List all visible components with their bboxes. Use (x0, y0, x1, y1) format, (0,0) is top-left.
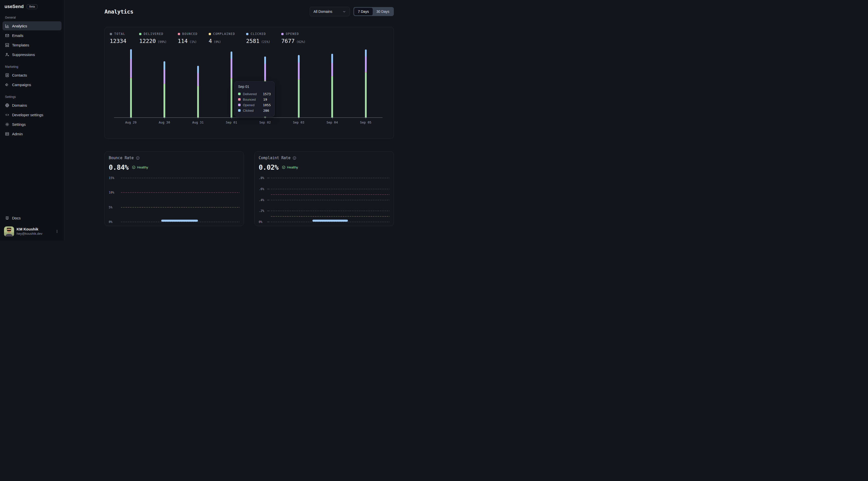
kebab-menu-icon[interactable] (54, 228, 60, 234)
clicked-swatch (238, 109, 241, 112)
x-axis-tick (332, 118, 333, 119)
gridline (271, 189, 389, 189)
layout-template-icon (5, 43, 9, 47)
gridline (121, 222, 239, 222)
x-axis-label: Sep 01 (226, 121, 237, 124)
bar-segment (163, 69, 165, 84)
y-axis-tick (267, 211, 270, 211)
bar-segment (130, 59, 132, 78)
sidebar-item-admin[interactable]: Admin (2, 129, 62, 138)
sidebar-item-templates[interactable]: Templates (2, 40, 62, 50)
y-axis-tick (267, 189, 270, 189)
stat-total: TOTAL 12334 (110, 32, 128, 44)
info-icon[interactable] (136, 156, 140, 160)
user-name: KM Koushik (17, 227, 52, 232)
bar-segment (365, 72, 367, 118)
app-logo: useSend Beta (2, 3, 62, 10)
main-area: Analytics All Domains 7 Days 30 Days TOT… (64, 0, 434, 241)
section-label-settings: Settings (5, 95, 59, 99)
bar-segment (331, 63, 333, 76)
y-axis-label: .6% (259, 187, 264, 191)
stat-bounced: BOUNCED 114(1%) (178, 32, 198, 44)
stacked-bar-sep-01[interactable] (230, 52, 232, 118)
stat-value: 4 (209, 38, 212, 44)
bar-segment (298, 79, 300, 118)
sidebar-item-label: Campaigns (12, 83, 31, 87)
x-axis-tick (198, 118, 198, 119)
complaint-rate-title: Complaint Rate (259, 156, 389, 160)
domain-filter-select[interactable]: All Domains (310, 7, 350, 16)
x-axis-label: Sep 04 (327, 121, 338, 124)
gear-icon (5, 122, 9, 127)
beta-badge: Beta (27, 4, 37, 9)
sidebar-item-domains[interactable]: Domains (2, 101, 62, 110)
stat-opened: OPENED 7677(62%) (281, 32, 305, 44)
sidebar-item-docs[interactable]: Docs (2, 214, 62, 222)
gridline (271, 216, 389, 217)
gridline (271, 200, 389, 200)
stacked-bar-sep-05[interactable] (365, 50, 367, 118)
sidebar-item-campaigns[interactable]: Campaigns (2, 80, 62, 89)
sidebar-item-label: Suppressions (12, 53, 35, 57)
user-menu[interactable]: KM Koushik hey@koushik.dev (2, 224, 62, 237)
megaphone-icon (5, 83, 9, 87)
sidebar-footer: Docs KM Koushik hey@koushik.dev (2, 214, 62, 237)
x-axis-label: Sep 05 (360, 121, 371, 124)
stacked-bar-aug-30[interactable] (163, 61, 165, 118)
complaint-status-badge: Healthy (282, 165, 298, 169)
stacked-bar-aug-29[interactable] (130, 49, 132, 118)
chevron-down-icon (342, 10, 346, 13)
y-axis-label: 5% (109, 205, 112, 209)
stat-value: 12334 (110, 38, 126, 44)
sidebar-item-label: Settings (12, 122, 26, 127)
tooltip-row: Opened 1055 (238, 102, 271, 108)
y-axis-label: 15% (109, 176, 114, 180)
sidebar-item-developer-settings[interactable]: Developer settings (2, 110, 62, 119)
bar-segment (163, 61, 165, 69)
rate-cards-row: Bounce Rate 0.84% Healthy 15%10%5%0% (104, 151, 394, 226)
bar-segment (264, 57, 266, 64)
bar-segment (264, 64, 266, 80)
bar-segment (130, 78, 132, 118)
sidebar-item-suppressions[interactable]: Suppressions (2, 50, 62, 59)
sidebar-item-settings[interactable]: Settings (2, 120, 62, 129)
info-icon[interactable] (292, 156, 297, 160)
user-x-icon (5, 53, 9, 57)
range-30-days-button[interactable]: 30 Days (373, 8, 393, 15)
bar-segment (197, 66, 199, 73)
x-axis-label: Aug 30 (159, 121, 170, 124)
avatar (4, 226, 14, 236)
sidebar-item-emails[interactable]: Emails (2, 31, 62, 40)
sidebar: useSend Beta General Analytics Emails Te… (0, 0, 64, 241)
x-axis-label: Sep 03 (293, 121, 304, 124)
bounce-chart: 15%10%5%0% (109, 177, 239, 225)
sidebar-item-label: Developer settings (12, 113, 43, 117)
user-meta: KM Koushik hey@koushik.dev (17, 227, 52, 236)
stat-value: 114 (178, 38, 188, 44)
bar-segment (163, 84, 165, 118)
complaint-rate-value: 0.02% (259, 163, 279, 171)
sidebar-item-label: Domains (12, 103, 27, 107)
domain-filter-value: All Domains (313, 9, 332, 13)
sidebar-item-contacts[interactable]: Contacts (2, 70, 62, 79)
bounced-swatch (238, 98, 241, 101)
bar-segment (331, 76, 333, 118)
bar-segment (365, 57, 367, 72)
check-circle-icon (282, 165, 285, 169)
bounced-dot (178, 33, 180, 35)
bounce-status-badge: Healthy (132, 165, 148, 169)
user-email: hey@koushik.dev (17, 232, 52, 236)
bar-segment (365, 50, 367, 57)
stacked-bar-sep-03[interactable] (298, 55, 300, 118)
x-axis-line (114, 118, 382, 118)
complaint-chart: .8%.6%.4%.2%0% (259, 177, 389, 225)
section-label-general: General (5, 16, 59, 19)
bounce-rate-title: Bounce Rate (109, 156, 239, 160)
sidebar-item-label: Contacts (12, 73, 27, 77)
stat-value: 12220 (139, 38, 156, 44)
stacked-bar-aug-31[interactable] (197, 66, 199, 118)
stacked-bar-sep-04[interactable] (331, 54, 333, 118)
stats-row: TOTAL 12334 DELIVERED 12220(99%) BOUNCED… (109, 32, 389, 44)
range-7-days-button[interactable]: 7 Days (354, 8, 373, 15)
sidebar-item-analytics[interactable]: Analytics (2, 21, 62, 30)
